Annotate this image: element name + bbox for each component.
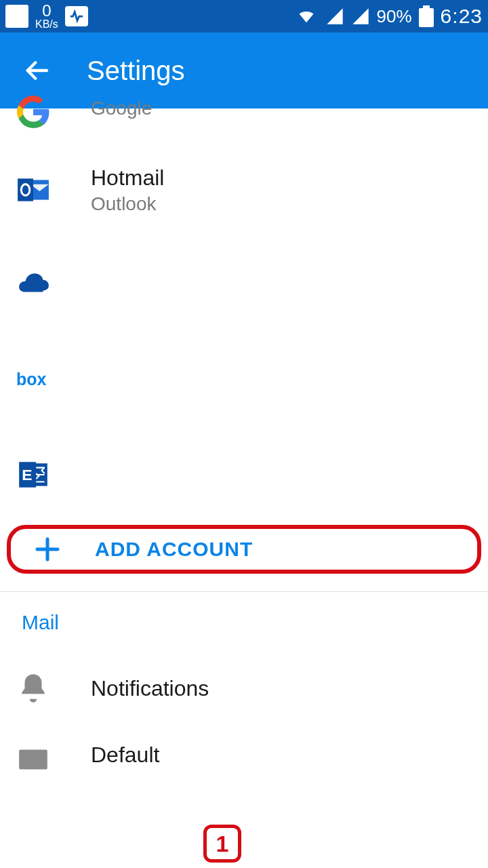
signal-1-icon: [325, 7, 344, 26]
account-row-box[interactable]: box: [0, 332, 488, 427]
account-row-google[interactable]: Google: [0, 95, 488, 142]
svg-text:box: box: [16, 370, 47, 389]
back-button[interactable]: [20, 54, 53, 87]
add-account-label: ADD ACCOUNT: [95, 538, 253, 561]
outlook-icon: [16, 173, 50, 207]
account-sub: Google: [91, 98, 472, 119]
back-arrow-icon: [23, 57, 50, 84]
wifi-icon: [294, 7, 319, 26]
annotation-step-number: 1: [203, 825, 241, 863]
svg-rect-2: [18, 178, 33, 201]
status-bar: 0 KB/s 90% 6:23: [0, 0, 488, 33]
plus-icon: [34, 536, 61, 563]
network-speed: 0 KB/s: [35, 3, 58, 29]
account-row-onedrive[interactable]: [0, 237, 488, 332]
page-title: Settings: [87, 56, 185, 86]
account-row-exchange[interactable]: E: [0, 427, 488, 522]
mail-default-row[interactable]: Default: [0, 729, 488, 790]
account-sub: Outlook: [91, 193, 472, 215]
status-right: 90% 6:23: [294, 5, 483, 28]
clock: 6:23: [441, 5, 483, 28]
exchange-icon: E: [16, 458, 50, 492]
activity-icon: [65, 6, 88, 26]
list-item-label: Default: [91, 743, 472, 768]
google-icon: [16, 95, 50, 129]
screen-root: 0 KB/s 90% 6:23 Settings: [0, 0, 488, 868]
account-row-hotmail[interactable]: Hotmail Outlook: [0, 142, 488, 237]
onedrive-icon: [16, 268, 50, 302]
battery-icon: [419, 5, 434, 27]
list-item-label: Notifications: [91, 676, 472, 701]
status-left: 0 KB/s: [5, 3, 88, 29]
battery-percent: 90%: [377, 6, 412, 27]
mail-notifications-row[interactable]: Notifications: [0, 648, 488, 729]
svg-text:E: E: [22, 466, 32, 484]
bell-icon: [16, 671, 50, 705]
section-header-mail: Mail: [0, 592, 488, 648]
signal-2-icon: [351, 7, 370, 26]
mail-icon: [16, 743, 50, 776]
account-name: Hotmail: [91, 165, 472, 191]
box-icon: box: [16, 363, 50, 397]
add-account-button[interactable]: ADD ACCOUNT: [7, 525, 481, 574]
notification-icon: [5, 5, 28, 28]
